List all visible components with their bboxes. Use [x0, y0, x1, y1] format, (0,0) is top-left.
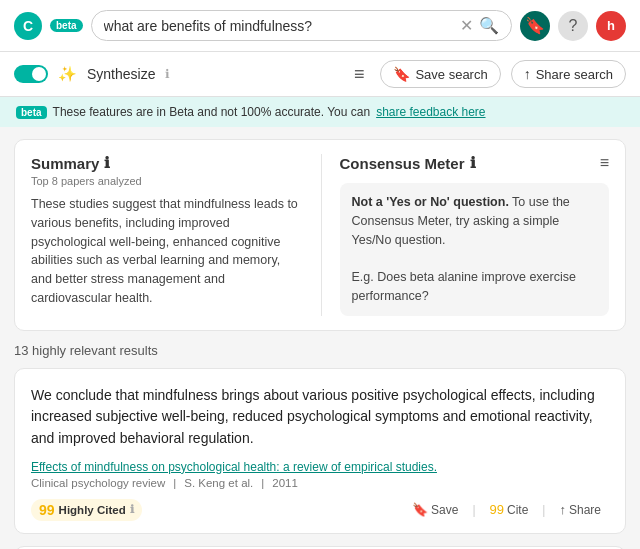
- toolbar: ✨ Synthesize ℹ ≡ 🔖 Save search ↑ Share s…: [0, 52, 640, 97]
- filter-icon: ≡: [354, 64, 365, 84]
- main-content: Summary ℹ Top 8 papers analyzed These st…: [0, 127, 640, 549]
- results-count: 13 highly relevant results: [14, 343, 626, 358]
- search-icon[interactable]: 🔍: [479, 16, 499, 35]
- clear-icon[interactable]: ✕: [460, 16, 473, 35]
- consensus-title-text: Consensus Meter: [340, 155, 465, 172]
- share-icon: ↑: [559, 502, 566, 517]
- cite-icon: 99: [490, 502, 504, 517]
- summary-body: These studies suggest that mindfulness l…: [31, 195, 301, 308]
- bookmark-button[interactable]: 🔖: [520, 11, 550, 41]
- meta-sep2: |: [261, 477, 264, 489]
- banner-feedback-link[interactable]: share feedback here: [376, 105, 485, 119]
- filter-button[interactable]: ≡: [348, 62, 371, 87]
- highly-cited-badge: 99 Highly Cited ℹ: [31, 499, 142, 521]
- logo: C: [14, 12, 42, 40]
- share-search-button[interactable]: ↑ Share search: [511, 60, 626, 88]
- share-label: Share: [569, 503, 601, 517]
- logo-letter: C: [23, 18, 33, 34]
- beta-banner: beta These features are in Beta and not …: [0, 97, 640, 127]
- search-input[interactable]: [104, 18, 454, 34]
- consensus-info-icon[interactable]: ℹ: [470, 154, 476, 172]
- summary-section: Summary ℹ Top 8 papers analyzed These st…: [31, 154, 301, 316]
- help-icon: ?: [569, 17, 578, 35]
- highly-cited-icon: 99: [39, 502, 55, 518]
- result-year: 2011: [272, 477, 298, 489]
- meta-sep1: |: [173, 477, 176, 489]
- save-search-icon: 🔖: [393, 66, 410, 82]
- summary-title-text: Summary: [31, 155, 99, 172]
- consensus-title: Consensus Meter ℹ: [340, 154, 476, 172]
- summary-info-icon[interactable]: ℹ: [104, 154, 110, 172]
- consensus-header: Consensus Meter ℹ ≡: [340, 154, 610, 175]
- result-footer: 99 Highly Cited ℹ 🔖 Save | 99 Cite | ↑ S…: [31, 499, 609, 521]
- result-link[interactable]: Effects of mindfulness on psychological …: [31, 460, 609, 474]
- consensus-filter-icon[interactable]: ≡: [600, 154, 609, 172]
- synthesize-toggle[interactable]: [14, 65, 48, 83]
- share-search-icon: ↑: [524, 66, 531, 82]
- share-button[interactable]: ↑ Share: [551, 499, 609, 520]
- result-card: We conclude that mindfulness brings abou…: [14, 368, 626, 534]
- save-label: Save: [431, 503, 458, 517]
- result-journal: Clinical psychology review: [31, 477, 165, 489]
- save-button[interactable]: 🔖 Save: [404, 499, 466, 520]
- beta-badge: beta: [50, 19, 83, 32]
- header: C beta ✕ 🔍 🔖 ? h: [0, 0, 640, 52]
- avatar-letter: h: [607, 18, 615, 33]
- save-search-button[interactable]: 🔖 Save search: [380, 60, 500, 88]
- summary-title: Summary ℹ: [31, 154, 301, 172]
- highly-cited-info[interactable]: ℹ: [130, 503, 134, 516]
- beta-tag: beta: [16, 106, 47, 119]
- result-text: We conclude that mindfulness brings abou…: [31, 385, 609, 450]
- result-actions: 🔖 Save | 99 Cite | ↑ Share: [404, 499, 609, 520]
- consensus-section: Consensus Meter ℹ ≡ Not a 'Yes or No' qu…: [321, 154, 610, 316]
- search-bar[interactable]: ✕ 🔍: [91, 10, 512, 41]
- summary-consensus-card: Summary ℹ Top 8 papers analyzed These st…: [14, 139, 626, 331]
- consensus-example: E.g. Does beta alanine improve exercise …: [352, 270, 576, 303]
- toggle-knob: [32, 67, 46, 81]
- header-icons: 🔖 ? h: [520, 11, 626, 41]
- consensus-box: Not a 'Yes or No' question. To use the C…: [340, 183, 610, 316]
- consensus-bold: Not a 'Yes or No' question.: [352, 195, 509, 209]
- highly-cited-label: Highly Cited: [59, 504, 126, 516]
- avatar-button[interactable]: h: [596, 11, 626, 41]
- summary-sub: Top 8 papers analyzed: [31, 175, 301, 187]
- synthesize-info-icon[interactable]: ℹ: [165, 67, 170, 81]
- cite-label: Cite: [507, 503, 528, 517]
- cite-button[interactable]: 99 Cite: [482, 499, 537, 520]
- result-card-2: This research indicates that mindfulness…: [14, 546, 626, 549]
- sparkle-icon: ✨: [58, 65, 77, 83]
- result-authors: S. Keng et al.: [184, 477, 253, 489]
- share-search-label: Share search: [536, 67, 613, 82]
- result-meta: Clinical psychology review | S. Keng et …: [31, 477, 609, 489]
- save-icon: 🔖: [412, 502, 428, 517]
- save-search-label: Save search: [415, 67, 487, 82]
- synthesize-label[interactable]: Synthesize: [87, 66, 155, 82]
- banner-message: These features are in Beta and not 100% …: [53, 105, 371, 119]
- help-button[interactable]: ?: [558, 11, 588, 41]
